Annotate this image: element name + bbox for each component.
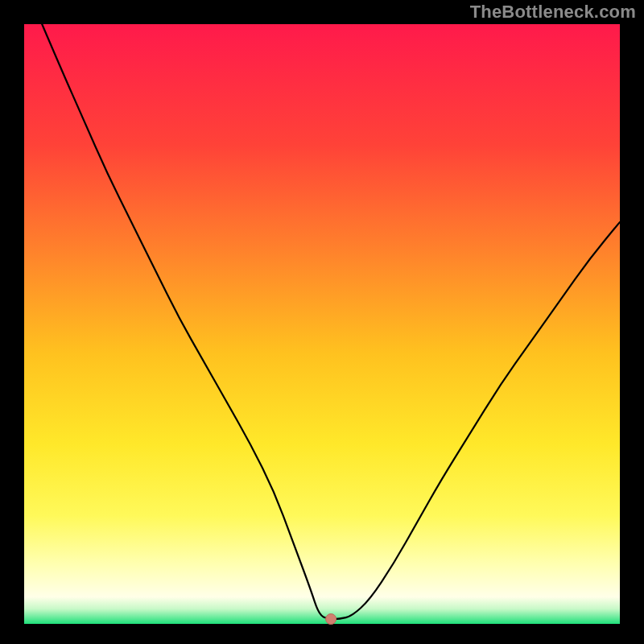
chart-background-gradient <box>24 24 620 624</box>
bottleneck-point-marker <box>326 614 336 625</box>
bottleneck-chart <box>0 0 644 644</box>
chart-frame: { "watermark": "TheBottleneck.com", "cha… <box>0 0 644 644</box>
